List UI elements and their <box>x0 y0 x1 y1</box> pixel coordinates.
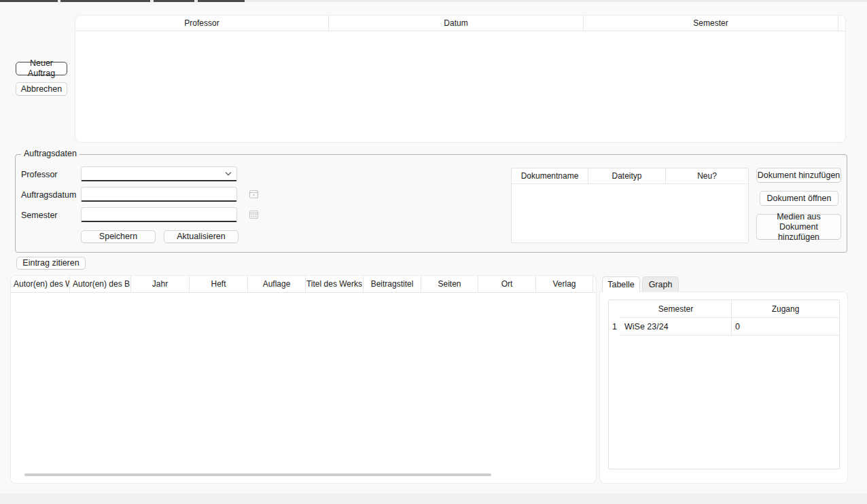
entries-col-contribution-authors[interactable]: Autor(en) des B <box>70 276 131 292</box>
documents-table: Dokumentname Dateityp Neu? <box>511 168 749 243</box>
professor-label: Professor <box>21 167 58 182</box>
window-tab-edge <box>60 0 150 2</box>
tab-graph[interactable]: Graph <box>642 276 679 292</box>
entries-table-header: Autor(en) des W Autor(en) des B Jahr Hef… <box>11 276 596 293</box>
cite-entry-button[interactable]: Eintrag zitieren <box>16 257 86 270</box>
orders-col-professor[interactable]: Professor <box>75 16 329 31</box>
orders-col-filler <box>838 16 845 31</box>
calendar-icon[interactable] <box>249 189 259 199</box>
stats-panel: Semester Zugang 1 WiSe 23/24 0 <box>599 291 848 484</box>
add-document-button[interactable]: Dokument hinzufügen <box>756 168 841 183</box>
horizontal-scrollbar[interactable] <box>24 473 491 476</box>
order-form-legend: Auftragsdaten <box>21 149 79 158</box>
new-order-button[interactable]: Neuer Auftrag <box>16 62 67 75</box>
entries-table-body[interactable] <box>11 293 596 466</box>
orders-table-body[interactable] <box>75 31 845 143</box>
entries-col-publisher[interactable]: Verlag <box>536 276 593 292</box>
cancel-button[interactable]: Abbrechen <box>16 82 67 96</box>
entries-col-place[interactable]: Ort <box>478 276 536 292</box>
entries-col-pages[interactable]: Seiten <box>421 276 478 292</box>
semester-input[interactable] <box>81 207 237 222</box>
documents-col-name[interactable]: Dokumentname <box>512 168 588 183</box>
entries-table: Autor(en) des W Autor(en) des B Jahr Hef… <box>10 275 597 484</box>
orders-col-semester[interactable]: Semester <box>584 16 838 31</box>
entries-col-issue[interactable]: Heft <box>190 276 248 292</box>
window-tab-edge <box>0 0 58 2</box>
add-media-from-document-button[interactable]: Medien aus Dokument hinzufügen <box>756 214 841 240</box>
zugang-cell[interactable]: 0 <box>732 318 839 336</box>
orders-col-datum[interactable]: Datum <box>329 16 584 31</box>
documents-col-new[interactable]: Neu? <box>666 168 748 183</box>
calendar-grid-icon[interactable] <box>249 209 259 219</box>
table-row[interactable]: 1 WiSe 23/24 0 <box>609 318 839 336</box>
orders-table: Professor Datum Semester <box>75 15 846 143</box>
semester-cell[interactable]: WiSe 23/24 <box>620 318 732 336</box>
semester-col-semester[interactable]: Semester <box>620 300 732 318</box>
refresh-button[interactable]: Aktualisieren <box>164 230 238 243</box>
semester-label: Semester <box>21 208 58 223</box>
order-date-input[interactable] <box>81 187 237 202</box>
row-number-gutter <box>609 300 620 318</box>
semester-table-header: Semester Zugang <box>609 300 839 318</box>
app-window: Neuer Auftrag Abbrechen Professor Datum … <box>0 0 867 504</box>
save-button[interactable]: Speichern <box>81 230 156 243</box>
entries-col-work-authors[interactable]: Autor(en) des W <box>11 276 70 292</box>
documents-col-type[interactable]: Dateityp <box>588 168 666 183</box>
entries-col-filler <box>593 276 596 292</box>
professor-combobox[interactable] <box>81 166 237 181</box>
tab-tabelle[interactable]: Tabelle <box>602 276 640 292</box>
documents-table-body[interactable] <box>512 184 748 242</box>
orders-table-header: Professor Datum Semester <box>75 16 845 31</box>
bottom-window-strip <box>0 494 867 504</box>
window-tab-edge <box>154 0 194 2</box>
semester-col-zugang[interactable]: Zugang <box>732 300 839 318</box>
window-tab-edge <box>198 0 245 2</box>
entries-col-work-title[interactable]: Titel des Werks <box>306 276 364 292</box>
documents-table-header: Dokumentname Dateityp Neu? <box>512 168 748 184</box>
order-date-label: Auftragsdatum <box>21 187 76 202</box>
entries-col-edition[interactable]: Auflage <box>248 276 306 292</box>
professor-input[interactable] <box>81 166 237 181</box>
semester-table: Semester Zugang 1 WiSe 23/24 0 <box>608 300 840 469</box>
top-window-edge <box>0 0 867 2</box>
chevron-down-icon[interactable] <box>224 170 232 178</box>
open-document-button[interactable]: Dokument öffnen <box>760 191 838 206</box>
order-form-groupbox: Auftragsdaten Professor Auftragsdatum Se… <box>15 154 847 253</box>
row-number: 1 <box>609 318 620 336</box>
entries-col-year[interactable]: Jahr <box>131 276 190 292</box>
entries-col-contribution-title[interactable]: Beitragstitel <box>364 276 421 292</box>
